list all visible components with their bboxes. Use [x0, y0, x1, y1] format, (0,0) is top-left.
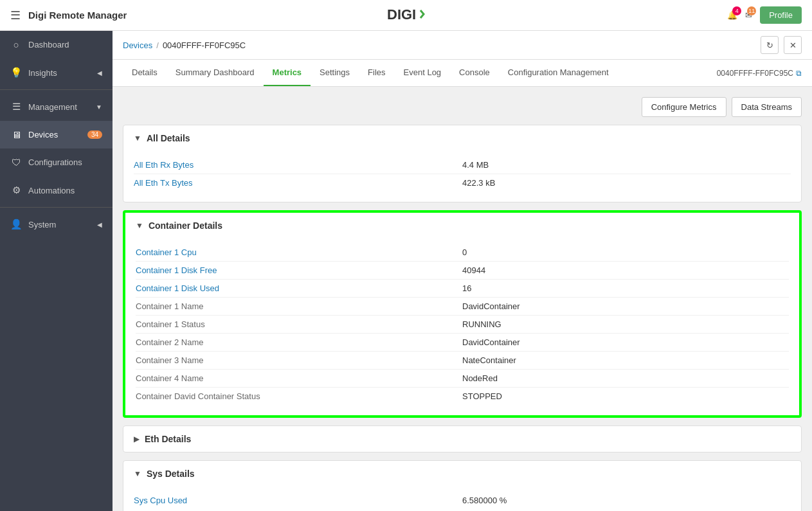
chevron-down-icon: ▼ [136, 221, 143, 230]
profile-button[interactable]: Profile [760, 6, 802, 24]
sys-details-section: ▼ Sys Details Sys Cpu Used 6.580000 % [123, 460, 802, 511]
sys-details-title: Sys Details [147, 469, 195, 479]
container-david-status-label: Container David Container Status [136, 391, 462, 401]
sys-cpu-used-label[interactable]: Sys Cpu Used [134, 496, 462, 505]
container-details-title: Container Details [149, 220, 222, 231]
refresh-button[interactable]: ↻ [761, 36, 779, 54]
main-content: Devices / 0040FFFF-FF0FC95C ↻ ✕ Details … [113, 31, 812, 511]
notifications-badge: 4 [732, 6, 741, 15]
tab-details[interactable]: Details [123, 60, 167, 86]
container-details-body: Container 1 Cpu 0 Container 1 Disk Free … [125, 238, 799, 415]
tabs-bar: Details Summary Dashboard Metrics Settin… [113, 60, 812, 87]
tab-event-log[interactable]: Event Log [395, 60, 451, 86]
sidebar-item-dashboard[interactable]: ○ Dashboard [0, 31, 113, 58]
eth-details-section: ▶ Eth Details [123, 426, 802, 453]
breadcrumb-devices-link[interactable]: Devices [123, 40, 152, 50]
all-details-header[interactable]: ▼ All Details [123, 125, 801, 151]
table-row: Container 2 Name DavidContainer [136, 334, 789, 352]
system-icon: 👤 [10, 219, 22, 230]
table-row: Container 1 Disk Used 16 [136, 280, 789, 298]
svg-text:DIGI: DIGI [387, 6, 416, 22]
content-area: Configure Metrics Data Streams ▼ All Det… [113, 87, 812, 511]
eth-rx-bytes-label[interactable]: All Eth Rx Bytes [134, 160, 462, 170]
breadcrumb: Devices / 0040FFFF-FF0FC95C [123, 40, 246, 50]
container3-name-label: Container 3 Name [136, 355, 462, 365]
device-id-display: 0040FFFF-FF0FC95C ⧉ [717, 69, 802, 78]
action-buttons: Configure Metrics Data Streams [123, 97, 802, 117]
breadcrumb-separator: / [156, 40, 159, 50]
close-button[interactable]: ✕ [784, 36, 802, 54]
eth-tx-bytes-label[interactable]: All Eth Tx Bytes [134, 178, 462, 188]
sidebar-item-label: Devices [28, 130, 58, 139]
management-icon: ☰ [10, 101, 22, 112]
tab-summary-dashboard[interactable]: Summary Dashboard [167, 60, 264, 86]
eth-details-header[interactable]: ▶ Eth Details [123, 426, 801, 452]
sidebar-item-management[interactable]: ☰ Management ▼ [0, 93, 113, 121]
sidebar-item-insights[interactable]: 💡 Insights ◀ [0, 58, 113, 87]
chevron-right-icon: ▶ [134, 435, 140, 444]
insights-icon: 💡 [10, 67, 22, 78]
container1-disk-free-value: 40944 [462, 265, 485, 275]
table-row: All Eth Rx Bytes 4.4 MB [134, 156, 791, 174]
messages-badge: 11 [747, 6, 756, 15]
sidebar-item-label: Automations [28, 186, 75, 195]
sidebar-item-label: System [28, 220, 56, 229]
table-row: Container 1 Status RUNNING [136, 316, 789, 334]
tab-metrics[interactable]: Metrics [264, 60, 311, 86]
digi-logo: DIGI [387, 5, 426, 25]
sidebar-item-label: Insights [28, 68, 57, 78]
table-row: All Eth Tx Bytes 422.3 kB [134, 174, 791, 192]
container1-disk-free-label[interactable]: Container 1 Disk Free [136, 265, 462, 275]
table-row: Container David Container Status STOPPED [136, 388, 789, 405]
topbar-right: 🔔 4 ✉ 11 Profile [727, 6, 802, 24]
container1-name-label: Container 1 Name [136, 301, 462, 311]
sidebar-item-system[interactable]: 👤 System ◀ [0, 210, 113, 238]
hamburger-icon[interactable]: ☰ [10, 8, 21, 22]
devices-icon: 🖥 [10, 129, 22, 140]
container2-name-label: Container 2 Name [136, 337, 462, 347]
devices-badge: 34 [87, 130, 102, 139]
sidebar-item-label: Management [28, 102, 77, 112]
container-details-header[interactable]: ▼ Container Details [125, 213, 799, 238]
tab-console[interactable]: Console [450, 60, 499, 86]
container1-name-value: DavidContainer [462, 301, 520, 311]
automations-icon: ⚙ [10, 184, 22, 196]
table-row: Container 1 Disk Free 40944 [136, 262, 789, 280]
table-row: Sys Cpu Used 6.580000 % [134, 492, 791, 509]
table-row: Container 1 Cpu 0 [136, 244, 789, 262]
container4-name-label: Container 4 Name [136, 373, 462, 383]
container-david-status-value: STOPPED [462, 391, 502, 401]
data-streams-button[interactable]: Data Streams [732, 97, 802, 117]
container4-name-value: NodeRed [462, 373, 498, 383]
sidebar-item-configurations[interactable]: 🛡 Configurations [0, 148, 113, 176]
eth-details-title: Eth Details [145, 434, 191, 444]
sidebar-item-automations[interactable]: ⚙ Automations [0, 176, 113, 204]
chevron-left-icon: ◀ [97, 69, 102, 76]
configure-metrics-button[interactable]: Configure Metrics [642, 97, 726, 117]
container1-disk-used-value: 16 [462, 283, 471, 293]
notifications-button[interactable]: 🔔 4 [727, 10, 737, 20]
sidebar-divider-2 [0, 207, 113, 208]
table-row: Container 4 Name NodeRed [136, 370, 789, 388]
sidebar-item-label: Configurations [28, 157, 82, 167]
copy-icon[interactable]: ⧉ [796, 69, 802, 78]
sidebar-divider [0, 89, 113, 90]
tab-files[interactable]: Files [359, 60, 394, 86]
tab-configuration-management[interactable]: Configuration Management [499, 60, 618, 86]
sys-details-header[interactable]: ▼ Sys Details [123, 461, 801, 487]
container1-disk-used-label[interactable]: Container 1 Disk Used [136, 283, 462, 293]
messages-button[interactable]: ✉ 11 [745, 10, 752, 20]
breadcrumb-current: 0040FFFF-FF0FC95C [163, 40, 246, 50]
app-title: Digi Remote Manager [28, 10, 127, 21]
layout: ○ Dashboard 💡 Insights ◀ ☰ Management ▼ … [0, 31, 812, 511]
container1-cpu-value: 0 [462, 247, 467, 257]
sys-details-body: Sys Cpu Used 6.580000 % [123, 487, 801, 511]
chevron-down-icon: ▼ [134, 134, 141, 143]
all-details-body: All Eth Rx Bytes 4.4 MB All Eth Tx Bytes… [123, 151, 801, 202]
container-details-section: ▼ Container Details Container 1 Cpu 0 Co… [123, 210, 802, 418]
breadcrumb-bar: Devices / 0040FFFF-FF0FC95C ↻ ✕ [113, 31, 812, 60]
tab-settings[interactable]: Settings [311, 60, 359, 86]
sidebar-item-devices[interactable]: 🖥 Devices 34 [0, 121, 113, 148]
chevron-down-icon: ▼ [134, 469, 141, 478]
container1-cpu-label[interactable]: Container 1 Cpu [136, 247, 462, 257]
